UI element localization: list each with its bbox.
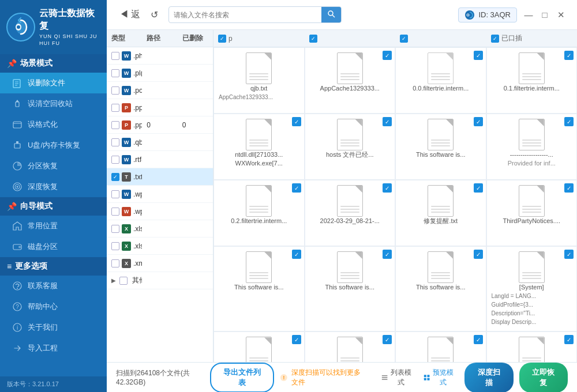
preview-cell-dashes4[interactable]: ✓ ------------------... Provided for inf… bbox=[395, 331, 486, 362]
top-bar: ◀ 返 ↺ ID: 3AQR bbox=[107, 0, 577, 30]
preview-cell-repair[interactable]: ✓ 修复提醒.txt bbox=[395, 180, 486, 246]
sidebar-item-about[interactable]: i 关于我们 bbox=[0, 317, 107, 338]
export-button[interactable]: 导出文件列表 bbox=[210, 363, 274, 393]
preview-cell-dashes3[interactable]: ✓ ------------------... Provided for inf… bbox=[305, 331, 396, 362]
arrow-icon: ▶ bbox=[111, 277, 116, 284]
close-button[interactable]: ✕ bbox=[554, 8, 568, 22]
checkbox-pptx[interactable] bbox=[111, 121, 119, 129]
check-8: ✓ bbox=[564, 117, 574, 126]
sidebar-item-service[interactable]: 联系客服 bbox=[0, 276, 107, 296]
type-row-ppt[interactable]: P .ppt(8) bbox=[107, 99, 213, 116]
header-check1[interactable]: ✓ bbox=[218, 35, 226, 43]
sidebar-item-format[interactable]: 误格式化 bbox=[0, 114, 107, 135]
logo-text: 云骑士数据恢复 YUN QI SHI SHU JU HUI FU bbox=[39, 7, 101, 47]
sidebar-item-common[interactable]: 常用位置 bbox=[0, 216, 107, 236]
sidebar-item-misdelete[interactable]: 误删除文件 bbox=[0, 73, 107, 93]
recover-button[interactable]: 立即恢复 bbox=[519, 363, 568, 393]
type-row-wpd[interactable]: W .wpd(1) bbox=[107, 186, 213, 203]
sidebar-item-usb[interactable]: U盘/内存卡恢复 bbox=[0, 135, 107, 156]
type-row-other[interactable]: ▶ 其他文件(239...) bbox=[107, 272, 213, 289]
preview-icon bbox=[424, 374, 430, 382]
checkbox-ppt[interactable] bbox=[111, 104, 119, 112]
preview-cell-0.0filter[interactable]: ✓ 0.0.filtertrie.interm... bbox=[395, 47, 486, 114]
search-button[interactable] bbox=[321, 7, 341, 22]
sidebar-item-deep[interactable]: 深度恢复 bbox=[0, 176, 107, 197]
type-row-xlsx[interactable]: X .xlsx(61) bbox=[107, 238, 213, 255]
preview-cell-thissoftware2[interactable]: ✓ This software is... bbox=[213, 246, 305, 331]
preview-cell-qjb[interactable]: qjb.txt AppCache1329333... bbox=[213, 47, 305, 114]
preview-cell-date[interactable]: ✓ 2022-03-29_08-21-... bbox=[305, 180, 396, 246]
header-check2[interactable]: ✓ bbox=[309, 35, 317, 43]
type-row-xml[interactable]: X .xml(2836) bbox=[107, 255, 213, 272]
sidebar-item-recycle[interactable]: 误清空回收站 bbox=[0, 93, 107, 114]
type-row-qbl[interactable]: W .qbl(1) bbox=[107, 134, 213, 151]
svg-text:!: ! bbox=[283, 375, 285, 380]
type-row-txt[interactable]: ✓ T .txt(331) bbox=[107, 168, 213, 186]
check-17: ✓ bbox=[292, 335, 301, 344]
deep-scan-info: ! 深度扫描可以找到更多文件 bbox=[280, 368, 362, 387]
sidebar-item-help[interactable]: ? 帮助中心 bbox=[0, 296, 107, 317]
list-mode-button[interactable]: 列表模式 bbox=[377, 365, 417, 390]
preview-cell-hosts[interactable]: ✓ hosts 文件已经... bbox=[305, 114, 396, 180]
svg-text:?: ? bbox=[16, 304, 19, 310]
header-check3[interactable]: ✓ bbox=[400, 35, 408, 43]
preview-cell-ntdll[interactable]: ✓ ntdll.dll[271033... WXWork.exe[7... bbox=[213, 114, 305, 180]
preview-cell-thissoftware3[interactable]: ✓ This software is... bbox=[305, 246, 396, 331]
minimize-button[interactable]: — bbox=[522, 8, 535, 22]
preview-cell-dashes2[interactable]: ✓ ------------------... Provided for inf… bbox=[213, 331, 305, 362]
format-icon bbox=[12, 119, 23, 130]
svg-point-24 bbox=[328, 11, 333, 16]
refresh-button[interactable]: ↺ bbox=[147, 8, 162, 21]
type-row-pl[interactable]: W .pl(1) bbox=[107, 65, 213, 82]
preview-cell-thirdparty1[interactable]: ✓ ThirdPartyNotices.... bbox=[486, 180, 578, 246]
search-input[interactable] bbox=[169, 8, 321, 22]
checkbox-xml[interactable] bbox=[111, 259, 119, 267]
preview-cell-appcache[interactable]: ✓ AppCache1329333... bbox=[305, 47, 396, 114]
view-mode-buttons: 列表模式 预览模式 bbox=[377, 365, 459, 390]
back-button[interactable]: ◀ 返 bbox=[116, 7, 144, 22]
file-icon-18 bbox=[337, 337, 363, 362]
preview-cell-system1[interactable]: ✓ [System] LangId = LANG...GuidProfile={… bbox=[486, 246, 578, 331]
preview-cell-thissoftware1[interactable]: ✓ This software is... bbox=[395, 114, 486, 180]
section-more: ≡ 更多选项 bbox=[0, 257, 107, 276]
sidebar-item-disk[interactable]: 磁盘分区 bbox=[0, 236, 107, 257]
type-row-xls[interactable]: X .xls(12) bbox=[107, 220, 213, 238]
preview-cell-thissoftware4[interactable]: ✓ This software is... bbox=[395, 246, 486, 331]
type-row-wps[interactable]: W .wps(20) bbox=[107, 203, 213, 220]
checkbox-rtf[interactable] bbox=[111, 156, 119, 164]
sidebar-item-import[interactable]: 导入工程 bbox=[0, 338, 107, 359]
checkbox-other[interactable] bbox=[119, 277, 128, 285]
header-check4[interactable]: ✓ bbox=[491, 35, 499, 43]
maximize-button[interactable]: □ bbox=[538, 8, 552, 22]
type-row-rtf[interactable]: W .rtf(223) bbox=[107, 151, 213, 168]
sidebar-item-partition[interactable]: 分区恢复 bbox=[0, 156, 107, 176]
checkbox-wpd[interactable] bbox=[111, 190, 119, 198]
type-row-pptx[interactable]: P .pptx(239) 0 0 bbox=[107, 116, 213, 134]
checkbox-wps[interactable] bbox=[111, 208, 119, 216]
type-row-potx[interactable]: W .potx(14) bbox=[107, 82, 213, 99]
file-icon-19 bbox=[428, 337, 454, 362]
window-controls: — □ ✕ bbox=[522, 8, 568, 22]
checkbox-xlsx[interactable] bbox=[111, 242, 119, 250]
type-row-php[interactable]: W .php(1) bbox=[107, 47, 213, 65]
file-icon-20 bbox=[519, 337, 545, 362]
checkbox-qbl[interactable] bbox=[111, 138, 119, 146]
checkbox-txt[interactable]: ✓ bbox=[111, 173, 119, 181]
deep-scan-button[interactable]: 深度扫描 bbox=[464, 363, 513, 393]
preview-cell-dashes1[interactable]: ✓ ------------------... Provided for inf… bbox=[486, 114, 578, 180]
checkbox-pl[interactable] bbox=[111, 69, 119, 77]
check-18: ✓ bbox=[383, 335, 392, 344]
preview-cell-0.1filter[interactable]: ✓ 0.1.filtertrie.interm... bbox=[486, 47, 578, 114]
checkbox-potx[interactable] bbox=[111, 86, 119, 95]
preview-cell-table1[interactable]: ✓ TableTextServiceTi... bbox=[486, 331, 578, 362]
section-scene: 📌 场景模式 bbox=[0, 54, 107, 73]
checkbox-xls[interactable] bbox=[111, 225, 119, 233]
checkbox-php[interactable] bbox=[111, 52, 119, 60]
svg-point-28 bbox=[467, 14, 469, 15]
file-icon-2 bbox=[337, 52, 363, 84]
svg-rect-11 bbox=[16, 141, 18, 144]
preview-mode-button[interactable]: 预览模式 bbox=[419, 365, 459, 390]
word-icon-xml: X bbox=[122, 259, 131, 268]
preview-cell-0.2filter[interactable]: ✓ 0.2.filtertrie.interm... bbox=[213, 180, 305, 246]
check-10: ✓ bbox=[383, 183, 392, 193]
